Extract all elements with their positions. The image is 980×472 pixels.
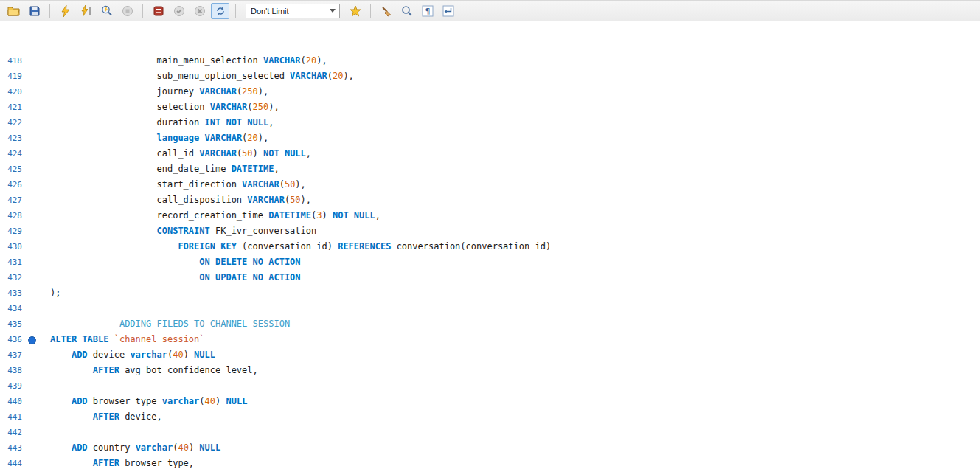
toolbar-separator (142, 4, 143, 18)
stop-on-error-icon (153, 5, 164, 17)
marker-margin (27, 223, 37, 239)
open-script-button[interactable] (4, 3, 23, 19)
sql-code-editor[interactable]: 418 main_menu_selection VARCHAR(20),419 … (0, 22, 980, 472)
stop-button[interactable] (118, 3, 136, 19)
marker-margin (27, 316, 37, 332)
marker-margin (27, 456, 37, 471)
code-line[interactable]: 439 (0, 378, 980, 394)
line-number: 420 (0, 84, 27, 100)
marker-margin (27, 208, 37, 223)
code-line[interactable]: 423 language VARCHAR(20), (0, 131, 980, 146)
code-text: record_creation_time DATETIME(3) NOT NUL… (37, 208, 980, 223)
code-line[interactable]: 429 CONSTRAINT FK_ivr_conversation (0, 223, 980, 239)
row-limit-dropdown[interactable]: Don't Limit (246, 4, 340, 18)
autocommit-icon (215, 5, 226, 17)
execute-current-statement-button[interactable] (77, 3, 95, 19)
code-line[interactable]: 441 AFTER device, (0, 409, 980, 425)
line-number: 425 (0, 162, 27, 177)
code-text: ); (37, 285, 980, 301)
code-line[interactable]: 440 ADD browser_type varchar(40) NULL (0, 394, 980, 409)
code-text: ON DELETE NO ACTION (37, 254, 980, 270)
code-line[interactable]: 425 end_date_time DATETIME, (0, 162, 980, 177)
code-text (37, 301, 980, 316)
sql-editor-window: Don't Limit ¶ (0, 0, 980, 472)
code-line[interactable]: 433); (0, 285, 980, 301)
find-button[interactable] (397, 3, 416, 19)
code-line[interactable]: 419 sub_menu_option_selected VARCHAR(20)… (0, 69, 980, 84)
line-number: 432 (0, 270, 27, 285)
svg-text:¶: ¶ (425, 7, 430, 16)
code-text: language VARCHAR(20), (37, 131, 980, 146)
rollback-button[interactable] (190, 3, 209, 19)
broom-icon (380, 5, 392, 17)
toggle-stop-on-error-button[interactable] (149, 3, 167, 19)
toggle-invisible-characters-button[interactable]: ¶ (418, 3, 437, 19)
toggle-wrapping-button[interactable] (439, 3, 457, 19)
line-number: 422 (0, 115, 27, 131)
line-number: 421 (0, 100, 27, 115)
sql-editor-toolbar: Don't Limit ¶ (0, 1, 980, 21)
line-number: 437 (0, 347, 27, 363)
marker-margin (27, 394, 37, 409)
code-text: FOREIGN KEY (conversation_id) REFERENCES… (37, 239, 980, 254)
line-number: 441 (0, 409, 27, 425)
marker-margin (27, 285, 37, 301)
code-line[interactable]: 421 selection VARCHAR(250), (0, 100, 980, 115)
line-number: 428 (0, 208, 27, 223)
line-number: 435 (0, 316, 27, 332)
marker-margin (27, 131, 37, 146)
line-number: 440 (0, 394, 27, 409)
code-text: ADD browser_type varchar(40) NULL (37, 394, 980, 409)
execute-button[interactable] (56, 3, 74, 19)
open-folder-icon (7, 5, 21, 17)
code-line[interactable]: 422 duration INT NOT NULL, (0, 115, 980, 131)
code-line[interactable]: 442 (0, 425, 980, 440)
code-line[interactable]: 430 FOREIGN KEY (conversation_id) REFERE… (0, 239, 980, 254)
execute-current-icon (80, 5, 92, 17)
toggle-autocommit-button[interactable] (211, 3, 229, 19)
marker-margin (27, 347, 37, 363)
marker-margin (27, 69, 37, 84)
code-line[interactable]: 444 AFTER browser_type, (0, 456, 980, 471)
code-line[interactable]: 431 ON DELETE NO ACTION (0, 254, 980, 270)
wrap-text-icon (442, 5, 454, 17)
marker-margin (27, 115, 37, 131)
code-line[interactable]: 418 main_menu_selection VARCHAR(20), (0, 53, 980, 69)
line-number: 442 (0, 425, 27, 440)
code-line[interactable]: 427 call_disposition VARCHAR(50), (0, 192, 980, 208)
code-text: sub_menu_option_selected VARCHAR(20), (37, 69, 980, 84)
marker-margin (27, 425, 37, 440)
marker-margin (27, 146, 37, 162)
code-text: AFTER avg_bot_confidence_level, (37, 363, 980, 378)
marker-margin (27, 162, 37, 177)
beautify-button[interactable] (377, 3, 395, 19)
code-text: AFTER device, (37, 409, 980, 425)
code-line[interactable]: 432 ON UPDATE NO ACTION (0, 270, 980, 285)
save-snippet-button[interactable] (346, 3, 364, 19)
code-line[interactable]: 420 journey VARCHAR(250), (0, 84, 980, 100)
code-line[interactable]: 435-- ----------ADDING FILEDS TO CHANNEL… (0, 316, 980, 332)
code-line[interactable]: 428 record_creation_time DATETIME(3) NOT… (0, 208, 980, 223)
line-number: 429 (0, 223, 27, 239)
marker-margin (27, 270, 37, 285)
line-number: 426 (0, 177, 27, 192)
snippet-star-icon (350, 5, 361, 17)
code-text: journey VARCHAR(250), (37, 84, 980, 100)
explain-button[interactable] (97, 3, 116, 19)
code-text: call_id VARCHAR(50) NOT NULL, (37, 146, 980, 162)
save-script-button[interactable] (25, 3, 44, 19)
code-line[interactable]: 438 AFTER avg_bot_confidence_level, (0, 363, 980, 378)
code-line[interactable]: 424 call_id VARCHAR(50) NOT NULL, (0, 146, 980, 162)
toolbar-separator (370, 4, 371, 18)
marker-margin (27, 378, 37, 394)
chevron-down-icon (330, 9, 336, 13)
code-text: AFTER browser_type, (37, 456, 980, 471)
code-line[interactable]: 437 ADD device varchar(40) NULL (0, 347, 980, 363)
code-line[interactable]: 426 start_direction VARCHAR(50), (0, 177, 980, 192)
toolbar-separator (235, 4, 236, 18)
commit-button[interactable] (170, 3, 188, 19)
code-line[interactable]: 434 (0, 301, 980, 316)
code-line[interactable]: 443 ADD country varchar(40) NULL (0, 440, 980, 456)
code-line[interactable]: 436ALTER TABLE `channel_session` (0, 332, 980, 347)
code-text: -- ----------ADDING FILEDS TO CHANNEL SE… (37, 316, 980, 332)
